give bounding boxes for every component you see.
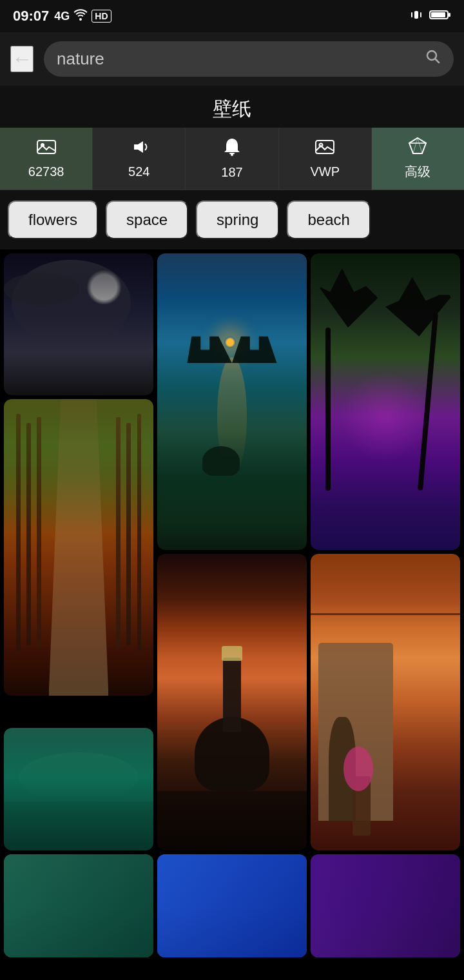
svg-rect-0: [414, 11, 418, 19]
images-tab-label: 62738: [28, 164, 64, 179]
status-bar: 09:07 4G HD: [0, 0, 464, 32]
wallpaper-sea-green[interactable]: [4, 728, 153, 850]
battery-icon: [429, 9, 451, 24]
sounds-tab-label: 524: [128, 164, 150, 179]
tab-premium[interactable]: 高级: [372, 128, 464, 190]
wallpaper-palms[interactable]: [311, 253, 460, 550]
svg-point-11: [231, 153, 233, 156]
tab-sounds[interactable]: 524: [93, 128, 186, 190]
wifi-icon: [73, 9, 88, 24]
signal-icon: 4G: [54, 10, 70, 23]
filter-tags: flowers space spring beach: [0, 190, 464, 250]
svg-rect-1: [411, 12, 412, 17]
svg-rect-8: [37, 141, 55, 153]
wallpaper-lighthouse[interactable]: [157, 554, 307, 850]
page-title: 壁纸: [0, 86, 464, 128]
tab-vwp[interactable]: VWP: [279, 128, 372, 190]
images-tab-icon: [36, 138, 57, 161]
search-icon[interactable]: [425, 49, 441, 69]
back-button[interactable]: ←: [10, 46, 34, 72]
tab-ringtones[interactable]: 187: [186, 128, 278, 190]
status-icons: 4G HD: [54, 9, 111, 24]
wallpaper-sunset-ocean[interactable]: [157, 253, 307, 550]
svg-line-7: [436, 59, 440, 63]
wallpaper-grid: [0, 250, 464, 854]
wallpaper-blue-sky-bottom[interactable]: [157, 854, 307, 957]
diamond-tab-icon: [408, 137, 427, 159]
svg-marker-14: [409, 138, 426, 153]
wallpaper-terrace[interactable]: [311, 554, 460, 850]
svg-rect-4: [431, 12, 445, 17]
svg-rect-12: [316, 141, 334, 153]
filter-beach[interactable]: beach: [287, 201, 370, 239]
wallpaper-autumn-path[interactable]: [4, 399, 153, 724]
premium-tab-label: 高级: [405, 163, 430, 181]
category-tabs: 62738 524 187 VWP 高级: [0, 128, 464, 190]
sounds-tab-icon: [129, 138, 150, 161]
wallpaper-moonlight[interactable]: [4, 253, 153, 395]
wallpaper-purple-night-bottom[interactable]: [311, 854, 460, 957]
search-input[interactable]: [57, 49, 418, 69]
wallpaper-sea-green-bottom[interactable]: [4, 854, 153, 957]
vwp-tab-icon: [314, 138, 335, 161]
tab-images[interactable]: 62738: [0, 128, 93, 190]
ringtones-tab-label: 187: [221, 165, 242, 180]
search-bar-container: ←: [0, 32, 464, 86]
status-time: 09:07: [13, 8, 49, 24]
hd-badge: HD: [92, 10, 111, 23]
vibrate-icon: [410, 8, 423, 24]
filter-spring[interactable]: spring: [196, 201, 279, 239]
filter-space[interactable]: space: [106, 201, 188, 239]
search-input-wrap: [44, 41, 454, 77]
status-right: [410, 8, 451, 24]
svg-rect-5: [449, 13, 450, 17]
svg-rect-2: [420, 12, 421, 17]
bell-tab-icon: [223, 137, 241, 161]
vwp-tab-label: VWP: [310, 164, 340, 179]
filter-flowers[interactable]: flowers: [8, 201, 98, 239]
